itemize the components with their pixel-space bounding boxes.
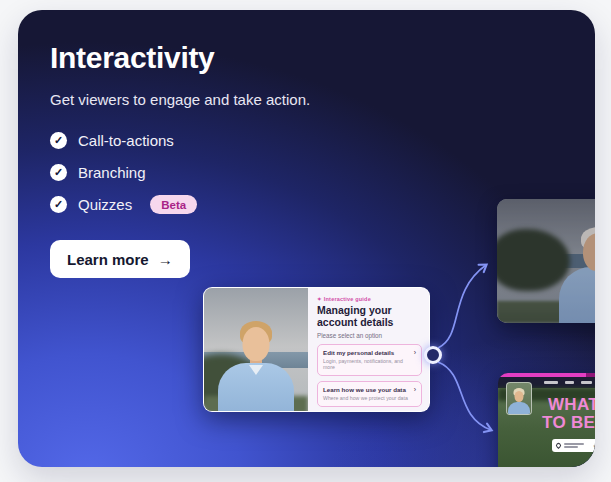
guide-panel: ✦ Interactive guide Managing your accoun… — [308, 288, 430, 411]
guide-prompt: Please select an option — [317, 332, 422, 339]
feature-label: Quizzes — [78, 196, 132, 213]
interactivity-feature-card: Interactivity Get viewers to engage and … — [18, 10, 595, 467]
presenter-video-frame — [204, 288, 308, 411]
feature-label: Branching — [78, 164, 146, 181]
guide-option-data-usage: Learn how we use your data › Where and h… — [317, 381, 422, 407]
site-search-pill: ▾ — [552, 439, 595, 452]
interactive-guide-tag: ✦ Interactive guide — [317, 296, 422, 302]
site-headline: WHAT TO BE — [542, 396, 595, 433]
site-headline-line2: TO BE — [542, 414, 595, 432]
check-circle-icon: ✓ — [50, 132, 67, 149]
presenter-shirt — [508, 402, 530, 415]
check-circle-icon: ✓ — [50, 196, 67, 213]
site-nav-placeholder — [544, 381, 592, 384]
branch-video-thumbnail — [497, 199, 595, 323]
feature-label: Call-to-actions — [78, 132, 174, 149]
learn-more-label: Learn more — [67, 251, 149, 268]
guide-option-description: Where and how we protect your data — [323, 395, 413, 402]
guide-option-description: Login, payments, notifications, and more — [323, 358, 413, 372]
presenter-video-overlay — [506, 382, 532, 415]
feature-list: ✓ Call-to-actions ✓ Branching ✓ Quizzes … — [50, 131, 197, 214]
dim-overlay — [497, 199, 595, 323]
presenter-face — [243, 327, 270, 361]
connector-curve-top — [438, 265, 486, 348]
arrow-right-icon: → — [158, 251, 173, 268]
feature-item-branching: ✓ Branching — [50, 163, 197, 182]
branch-node-dot — [424, 346, 442, 364]
presenter-face — [515, 391, 524, 402]
feature-item-call-to-actions: ✓ Call-to-actions — [50, 131, 197, 150]
site-headline-line1: WHAT — [548, 396, 595, 414]
guide-heading: Managing your account details — [317, 305, 413, 329]
card-subtitle: Get viewers to engage and take action. — [50, 91, 310, 108]
guide-option-title: Learn how we use your data — [323, 386, 406, 393]
interactive-guide-screenshot: ✦ Interactive guide Managing your accoun… — [203, 287, 430, 412]
feature-item-quizzes: ✓ Quizzes Beta — [50, 195, 197, 214]
chevron-right-icon: › — [414, 349, 416, 356]
learn-more-button[interactable]: Learn more → — [50, 240, 190, 278]
beta-badge: Beta — [150, 195, 197, 214]
guide-option-title: Edit my personal details — [323, 349, 394, 356]
page-title: Interactivity — [50, 41, 215, 75]
sparkle-icon: ✦ — [317, 296, 322, 302]
site-banner-button — [586, 373, 595, 377]
check-circle-icon: ✓ — [50, 164, 67, 181]
page: { "card": { "title": "Interactivity", "s… — [0, 0, 611, 482]
chevron-right-icon: › — [414, 386, 416, 393]
location-pin-icon — [555, 442, 562, 449]
guide-tag-label: Interactive guide — [324, 296, 371, 302]
site-banner-bar — [498, 373, 595, 377]
guide-option-edit-details: Edit my personal details › Login, paymen… — [317, 344, 422, 377]
branch-website-thumbnail: WHAT TO BE ▾ — [498, 373, 595, 467]
chevron-down-icon: ▾ — [593, 443, 595, 449]
connector-curve-bottom — [438, 362, 491, 430]
